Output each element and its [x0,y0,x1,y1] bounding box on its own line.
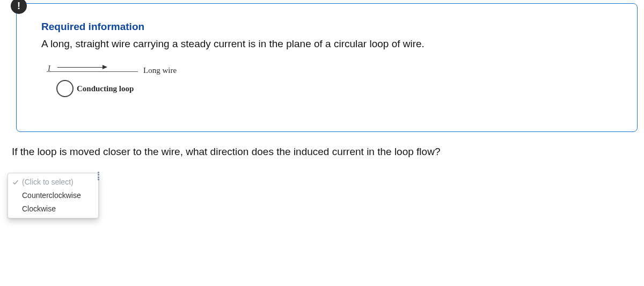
alert-icon: ! [11,0,27,14]
dropdown-placeholder-item[interactable]: (Click to select) [8,175,98,189]
required-info-body: A long, straight wire carrying a steady … [41,38,622,50]
dropdown-option-label: Clockwise [22,204,56,213]
conducting-loop-label: Conducting loop [77,84,134,93]
wire-loop-diagram: I Long wire Conducting loop [45,60,184,102]
long-wire-label: Long wire [143,66,177,75]
long-wire-line [47,71,138,72]
required-info-title: Required information [41,21,622,33]
answer-select[interactable]: (Click to select) Counterclockwise Clock… [8,173,102,218]
dropdown-option-counterclockwise[interactable]: Counterclockwise [8,189,98,202]
conducting-loop-icon [56,80,74,97]
dropdown-option-clockwise[interactable]: Clockwise [8,202,98,216]
check-icon [12,178,19,185]
current-arrow-head-icon [103,65,107,69]
question-text: If the loop is moved closer to the wire,… [12,146,633,158]
dropdown-option-label: Counterclockwise [22,191,81,200]
answer-dropdown[interactable]: (Click to select) Counterclockwise Clock… [8,173,99,218]
required-info-card: ! Required information A long, straight … [16,3,638,132]
alert-glyph: ! [17,1,20,12]
dropdown-placeholder-label: (Click to select) [22,178,74,186]
page-root: ! Required information A long, straight … [0,0,644,286]
current-arrow-line [57,67,104,68]
